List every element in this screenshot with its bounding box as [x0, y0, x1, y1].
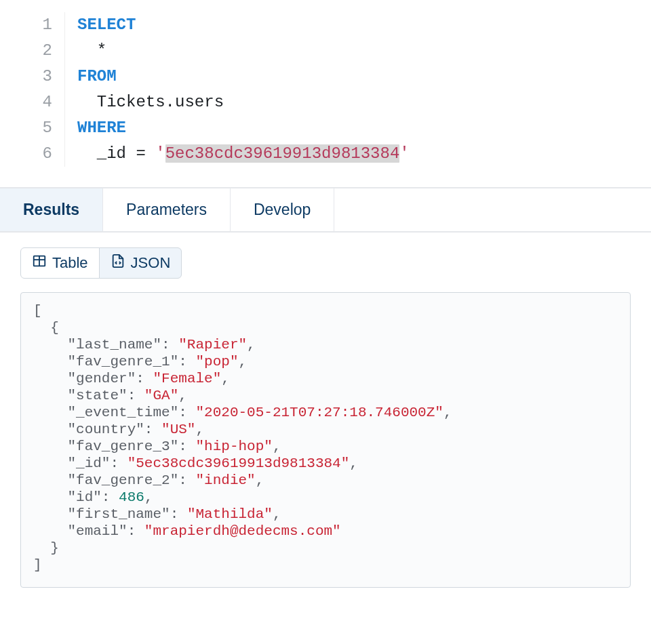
eq-sign: =: [126, 144, 155, 163]
table-icon: [32, 254, 47, 273]
toggle-json[interactable]: JSON: [99, 247, 182, 279]
view-toggle-group: Table JSON: [0, 233, 651, 288]
sql-editor[interactable]: 1 2 3 4 5 6 SELECT * FROM Tickets.users …: [0, 0, 651, 187]
where-field: _id: [97, 144, 126, 163]
string-quote-open: ': [155, 144, 165, 163]
tab-parameters[interactable]: Parameters: [103, 188, 231, 231]
line-number: 2: [0, 38, 52, 64]
tab-results[interactable]: Results: [0, 188, 103, 231]
line-number: 3: [0, 64, 52, 89]
line-number: 6: [0, 141, 52, 167]
keyword-where: WHERE: [77, 119, 126, 137]
result-tabs: Results Parameters Develop: [0, 187, 651, 233]
line-gutter: 1 2 3 4 5 6: [0, 12, 65, 167]
file-code-icon: [111, 254, 125, 273]
line-number: 5: [0, 115, 52, 141]
string-quote-close: ': [399, 144, 409, 163]
toggle-json-label: JSON: [131, 254, 171, 272]
keyword-select: SELECT: [77, 16, 136, 34]
keyword-from: FROM: [77, 67, 117, 85]
sql-code[interactable]: SELECT * FROM Tickets.users WHERE _id = …: [65, 12, 410, 167]
line-number: 1: [0, 12, 52, 38]
table-name: Tickets.users: [97, 93, 224, 111]
select-star: *: [97, 41, 106, 60]
where-value[interactable]: 5ec38cdc39619913d9813384: [165, 144, 400, 163]
tab-develop[interactable]: Develop: [231, 188, 334, 231]
toggle-table[interactable]: Table: [20, 247, 100, 279]
line-number: 4: [0, 89, 52, 115]
toggle-table-label: Table: [52, 254, 88, 272]
json-output[interactable]: [ { "last_name": "Rapier", "fav_genre_1"…: [20, 292, 631, 588]
